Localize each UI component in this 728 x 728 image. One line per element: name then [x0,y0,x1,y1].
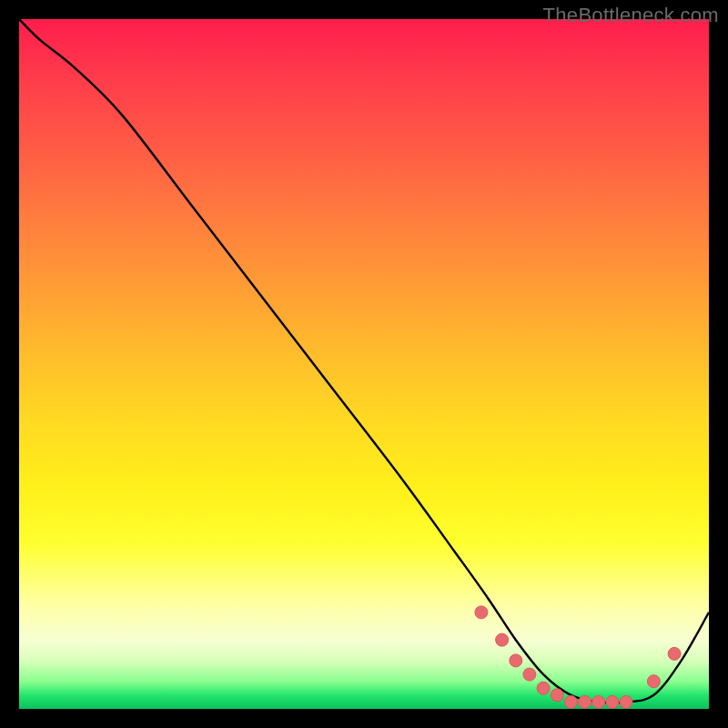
data-marker [475,606,488,619]
bottleneck-curve [19,19,709,709]
data-marker [647,675,660,688]
data-marker [551,689,563,702]
data-marker [668,647,681,660]
data-marker [579,695,592,708]
data-marker [620,695,632,708]
data-marker [606,695,619,708]
data-marker [564,695,577,708]
curve-path [19,19,709,703]
watermark-text: TheBottleneck.com [543,4,719,27]
data-marker [592,695,605,708]
data-marker [523,668,536,681]
chart-frame: TheBottleneck.com [0,0,728,728]
data-marker [496,633,509,646]
data-marker [510,654,522,667]
marker-group [475,606,681,709]
data-marker [537,682,550,694]
